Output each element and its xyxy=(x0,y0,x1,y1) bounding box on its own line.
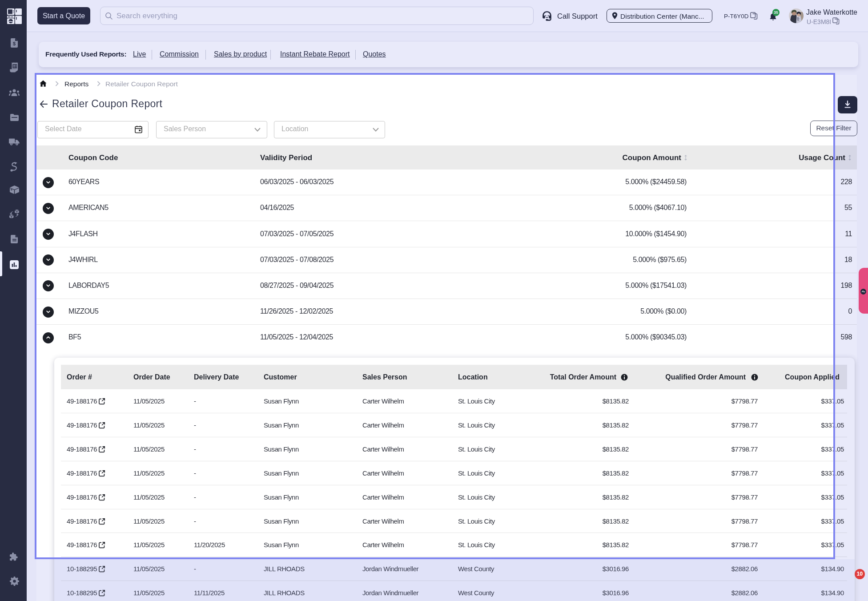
svg-text:$: $ xyxy=(13,41,16,46)
